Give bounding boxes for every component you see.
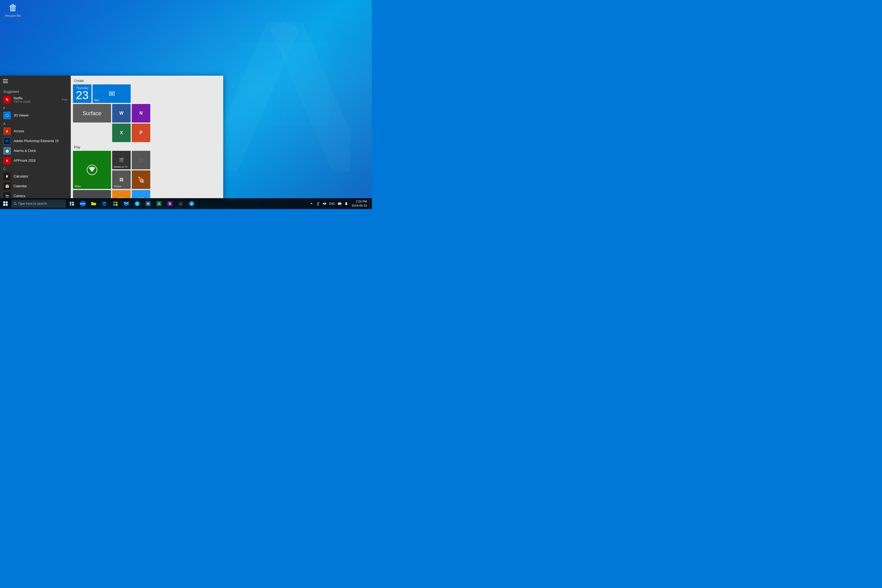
tile-download[interactable]: ↓ [73, 190, 111, 198]
search-icon [14, 202, 17, 205]
task-view-button[interactable] [66, 198, 77, 209]
tile-word[interactable]: W [112, 104, 130, 123]
play-tiles-row2: ↓ 👑 🐭 March of Em... [73, 190, 221, 198]
calculator-name: Calculator [14, 174, 68, 178]
access-icon: A [3, 128, 11, 135]
battery-icon[interactable] [336, 198, 343, 209]
svg-rect-17 [70, 202, 71, 204]
network-icon[interactable] [315, 198, 321, 209]
recycle-bin-image: 🗑 [8, 2, 18, 13]
svg-rect-2 [241, 44, 279, 79]
svg-rect-19 [70, 204, 71, 206]
office-row2: X P [112, 124, 150, 142]
tray-expand-button[interactable] [308, 198, 315, 209]
svg-rect-30 [341, 203, 342, 204]
mail-label: Mail [94, 99, 99, 102]
mail-icon: ✉ [109, 89, 115, 98]
small-tiles-cluster: 🎬 Movies & TV 🎵 🖼 Photos 🍖 [112, 151, 150, 189]
tile-powerpoint[interactable]: P [132, 124, 150, 142]
notification-icon[interactable] [343, 198, 350, 209]
start-menu-left-panel: Suggested N Netflix Click to install Fre… [0, 76, 71, 198]
start-menu: Suggested N Netflix Click to install Fre… [0, 76, 223, 198]
svg-rect-3 [282, 44, 328, 79]
tile-calendar[interactable]: Thursday 23 [73, 84, 92, 103]
camera-name: Camera [14, 194, 68, 198]
tile-excel[interactable]: X [112, 124, 130, 142]
svg-rect-11 [3, 201, 5, 203]
taskbar-excel[interactable]: X [153, 198, 164, 209]
cluster-row1: 🎬 Movies & TV 🎵 [112, 151, 150, 170]
windows-logo-icon [3, 201, 8, 206]
language-label: ENG [329, 202, 335, 205]
netflix-badge: Free [62, 98, 68, 101]
app-item-netflix[interactable]: N Netflix Click to install Free [0, 95, 71, 105]
netflix-subtitle: Click to install [14, 100, 62, 103]
app-item-calculator[interactable]: 🖩 Calculator [0, 171, 71, 181]
xbox-icon [87, 164, 98, 175]
app-item-access[interactable]: A Access [0, 126, 71, 136]
svg-rect-5 [282, 82, 328, 125]
svg-rect-21 [113, 201, 115, 203]
alarms-name: Alarms & Clock [14, 149, 68, 153]
recycle-bin-icon[interactable]: 🗑 Recycle Bin [2, 2, 24, 17]
taskbar-edge[interactable] [99, 198, 110, 209]
taskbar-bmw-icon[interactable]: BMW [77, 198, 88, 209]
app-item-calendar[interactable]: 📅 Calendar [0, 181, 71, 191]
language-indicator[interactable]: ENG [328, 198, 336, 209]
taskbar-word[interactable]: W [142, 198, 153, 209]
tile-king[interactable]: 👑 [112, 190, 130, 198]
app-item-photoshop[interactable]: Ps Adobe Photoshop Elements 15 [0, 136, 71, 146]
mickey-icon: 🐭 [138, 196, 144, 198]
hamburger-icon [3, 79, 8, 83]
onenote-taskbar-icon: N [167, 201, 172, 206]
game-tiles: 👑 🐭 March of Em... 🌺 Hidden City [112, 190, 150, 198]
show-desktop-button[interactable] [369, 198, 371, 209]
section-a: A [0, 120, 71, 126]
play-label: Play [73, 144, 221, 151]
section-c: C [0, 165, 71, 171]
tile-food[interactable]: 🍖 [132, 170, 150, 189]
netflix-icon: N [3, 96, 11, 104]
taskbar-onenote[interactable]: N [164, 198, 175, 209]
start-button[interactable] [0, 198, 11, 209]
svg-point-26 [317, 202, 318, 203]
taskbar-file-explorer[interactable] [88, 198, 99, 209]
taskbar-steam[interactable]: ♨ [175, 198, 186, 209]
svg-rect-22 [116, 201, 118, 203]
tile-mail[interactable]: ✉ Mail [93, 84, 130, 103]
tile-surface[interactable]: Surface [73, 104, 111, 123]
steam-taskbar-icon: ♨ [178, 201, 183, 206]
taskbar-mail[interactable] [121, 198, 132, 209]
ppt-icon: P [140, 130, 142, 135]
chevron-up-icon [310, 202, 312, 205]
tile-movies[interactable]: 🎬 Movies & TV [112, 151, 130, 170]
task-view-icon [70, 202, 74, 206]
game-row1: 👑 🐭 [112, 190, 150, 198]
word-icon: W [119, 111, 123, 116]
twitter-taskbar-icon: t [189, 201, 194, 206]
tile-xbox[interactable]: Xbox [73, 151, 111, 189]
system-clock[interactable]: 2:34 PM 2019-05-23 [350, 200, 369, 208]
clock-time: 2:34 PM [356, 200, 367, 204]
taskbar-skype[interactable]: S [132, 198, 142, 209]
tile-onenote[interactable]: N [132, 104, 150, 123]
app-item-3dviewer[interactable]: ⬡ 3D Viewer [0, 111, 71, 120]
appmark-name: APPmark 2018 [14, 159, 68, 162]
start-hamburger-button[interactable] [0, 76, 11, 87]
tile-photos[interactable]: 🖼 Photos [112, 170, 130, 189]
cal-day-num: 23 [76, 90, 89, 101]
app-item-appmark[interactable]: A APPmark 2018 [0, 156, 71, 165]
app-item-camera[interactable]: 📷 Camera [0, 191, 71, 198]
start-app-list: Suggested N Netflix Click to install Fre… [0, 87, 71, 198]
3dviewer-name: 3D Viewer [14, 114, 68, 117]
access-name: Access [14, 129, 68, 133]
xbox-label: Xbox [75, 185, 81, 188]
tile-groove[interactable]: 🎵 [132, 151, 150, 170]
tile-mickey[interactable]: 🐭 [132, 190, 150, 198]
svg-rect-20 [72, 204, 74, 206]
taskbar-twitter[interactable]: t [186, 198, 197, 209]
app-item-alarms[interactable]: ⏰ Alarms & Clock [0, 146, 71, 156]
taskbar-search[interactable]: Type here to search [11, 200, 66, 208]
volume-icon[interactable] [321, 198, 328, 209]
taskbar-store[interactable] [110, 198, 121, 209]
